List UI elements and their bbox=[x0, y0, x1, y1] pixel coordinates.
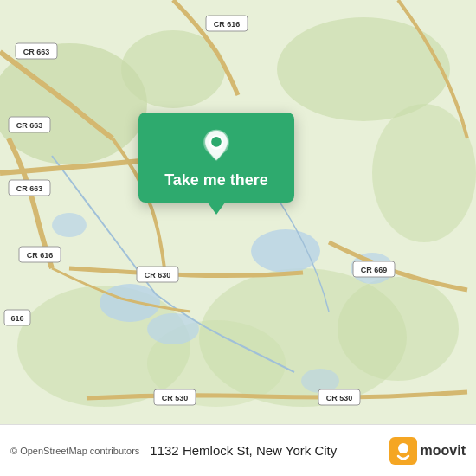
navigation-popup[interactable]: Take me there bbox=[138, 113, 294, 203]
svg-point-41 bbox=[398, 443, 408, 453]
address-label: 1132 Hemlock St, New York City bbox=[150, 443, 389, 458]
svg-point-10 bbox=[100, 284, 160, 322]
svg-text:CR 616: CR 616 bbox=[27, 251, 54, 260]
bottom-bar: © OpenStreetMap contributors 1132 Hemloc… bbox=[0, 424, 476, 476]
svg-text:CR 663: CR 663 bbox=[16, 184, 43, 193]
svg-text:CR 630: CR 630 bbox=[145, 271, 171, 280]
svg-text:CR 669: CR 669 bbox=[361, 266, 388, 274]
take-me-there-button[interactable]: Take me there bbox=[164, 171, 268, 190]
moovit-logo: moovit bbox=[389, 437, 466, 465]
svg-text:CR 530: CR 530 bbox=[162, 394, 189, 402]
svg-text:CR 616: CR 616 bbox=[214, 20, 241, 29]
map-container: CR 663 CR 663 CR 663 CR 616 CR 616 CR CR… bbox=[0, 0, 476, 424]
osm-attribution: © OpenStreetMap contributors bbox=[10, 446, 139, 456]
svg-text:CR 663: CR 663 bbox=[16, 121, 43, 130]
svg-text:CR 663: CR 663 bbox=[23, 48, 50, 56]
svg-point-9 bbox=[251, 229, 320, 273]
svg-text:616: 616 bbox=[10, 314, 23, 323]
svg-text:CR 530: CR 530 bbox=[326, 394, 353, 402]
map-background: CR 663 CR 663 CR 663 CR 616 CR 616 CR CR… bbox=[0, 0, 476, 424]
svg-point-4 bbox=[372, 104, 476, 242]
location-pin-icon bbox=[199, 128, 234, 163]
svg-point-8 bbox=[338, 277, 459, 381]
moovit-icon bbox=[389, 437, 417, 465]
svg-point-39 bbox=[211, 137, 222, 147]
moovit-label: moovit bbox=[421, 443, 466, 459]
svg-point-12 bbox=[52, 213, 87, 237]
